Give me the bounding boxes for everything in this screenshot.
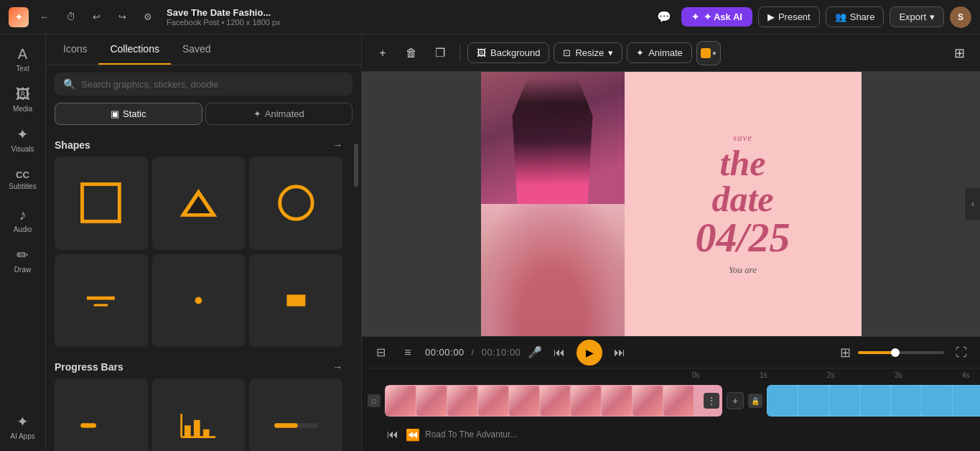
sidebar-item-visuals[interactable]: ✦ Visuals: [3, 121, 43, 158]
track-pink-frames[interactable]: ⋮ 5.0s: [385, 385, 722, 417]
layers-button[interactable]: ⊞: [947, 41, 971, 65]
track-add-icon: +: [732, 395, 738, 406]
shape-dot[interactable]: [152, 254, 246, 348]
sidebar-item-audio[interactable]: ♪ Audio: [3, 201, 43, 238]
share-label: Share: [850, 11, 875, 22]
panel: Icons Collections Saved 🔍 ▣ Static ✦ Ani…: [46, 34, 362, 451]
timeline-menu-button[interactable]: ⊟: [370, 343, 391, 363]
export-button[interactable]: Export ▾: [890, 6, 944, 27]
search-icon: 🔍: [63, 78, 75, 90]
progress-bar-1[interactable]: [55, 378, 148, 451]
redo-button[interactable]: ↪: [112, 7, 132, 27]
progress-bars-arrow[interactable]: →: [332, 361, 342, 373]
skip-forward-button[interactable]: ⏭: [610, 343, 630, 363]
shape-dash[interactable]: [55, 254, 148, 348]
share-button[interactable]: 👥 Share: [826, 6, 885, 27]
shape-triangle[interactable]: [152, 157, 246, 250]
ruler-mark-2s: 2s: [827, 371, 835, 379]
track-prev-button[interactable]: ⏪: [405, 427, 421, 442]
search-input[interactable]: [81, 79, 344, 90]
ruler-mark-0s: 0s: [692, 371, 700, 379]
microphone-icon: 🎤: [528, 346, 542, 358]
add-element-button[interactable]: +: [370, 41, 395, 65]
add-icon: +: [379, 47, 386, 60]
comment-button[interactable]: 💬: [653, 6, 676, 29]
sidebar-item-label: Draw: [14, 266, 31, 274]
sidebar-item-label: Media: [13, 105, 32, 113]
canvas-left-photos: [481, 72, 625, 336]
undo-button[interactable]: ↩: [86, 7, 106, 27]
duplicate-button[interactable]: ❐: [428, 41, 452, 65]
track-dots-menu[interactable]: ⋮: [704, 393, 719, 409]
sidebar-item-media[interactable]: 🖼 Media: [3, 80, 43, 118]
svg-rect-13: [203, 429, 210, 437]
filter-animated[interactable]: ✦ Animated: [205, 103, 353, 125]
track-lock-icon[interactable]: 🔒: [748, 394, 762, 408]
list-icon: ≡: [404, 346, 411, 359]
play-button[interactable]: ▶: [577, 340, 602, 366]
progress-bar-3[interactable]: [249, 378, 342, 451]
sidebar-item-label: Subtitles: [9, 182, 36, 190]
resize-button[interactable]: ⊡ Resize ▾: [554, 42, 622, 63]
present-button[interactable]: ▶ Present: [758, 6, 820, 27]
sidebar-item-subtitles[interactable]: CC Subtitles: [3, 161, 43, 198]
present-icon: ▶: [767, 11, 775, 22]
filter-static[interactable]: ▣ Static: [55, 103, 202, 125]
grid-button[interactable]: ⊞: [840, 345, 851, 361]
panel-tabs: Icons Collections Saved: [46, 34, 361, 65]
color-picker-button[interactable]: ●: [696, 41, 721, 65]
sidebar-item-label: Audio: [14, 226, 32, 233]
collapse-panel-button[interactable]: ‹: [965, 188, 980, 220]
tab-collections[interactable]: Collections: [98, 34, 170, 65]
export-label: Export: [899, 11, 926, 22]
zoom-thumb[interactable]: [891, 348, 900, 357]
timeline-controls: ⊟ ≡ 00:00:00 / 00:10:00 🎤 ⏮ ▶ ⏭: [362, 337, 980, 368]
zoom-track[interactable]: [858, 351, 944, 354]
bottom-track-controls: ⏮ ⏪ Road To The Advantur...: [385, 427, 517, 442]
background-button[interactable]: 🖼 Background: [467, 42, 549, 63]
shapes-arrow[interactable]: →: [332, 139, 342, 151]
skip-back-button[interactable]: ⏮: [549, 343, 569, 363]
track-rewind-button[interactable]: ⏮: [385, 427, 401, 442]
project-title: Save The Date Fashio...: [167, 7, 647, 18]
main-layout: A Text 🖼 Media ✦ Visuals CC Subtitles ♪ …: [0, 34, 980, 451]
text-icon: A: [18, 46, 27, 62]
delete-button[interactable]: 🗑: [399, 41, 424, 65]
tab-icons[interactable]: Icons: [52, 34, 98, 65]
settings-button[interactable]: ⚙: [138, 7, 158, 27]
ask-ai-icon: ✦: [691, 11, 699, 22]
resize-icon: ⊡: [563, 47, 571, 58]
sidebar-item-label: AI Apps: [10, 432, 34, 440]
timeline-list-button[interactable]: ≡: [398, 343, 418, 363]
sidebar-item-draw[interactable]: ✏ Draw: [3, 241, 43, 279]
sidebar-item-text[interactable]: A Text: [3, 40, 43, 78]
icon-sidebar: A Text 🖼 Media ✦ Visuals CC Subtitles ♪ …: [0, 34, 46, 451]
copy-icon: ❐: [435, 46, 445, 60]
shape-circle[interactable]: [249, 157, 342, 250]
canvas-area: + 🗑 ❐ 🖼 Background ⊡ Resize ▾ ✦ Animate: [362, 34, 980, 451]
track-expand-icon[interactable]: □: [368, 394, 381, 407]
track-add-button[interactable]: +: [727, 392, 744, 409]
progress-bar-2[interactable]: [152, 378, 246, 451]
ask-ai-button[interactable]: ✦ ✦ Ask AI: [681, 7, 752, 27]
tab-saved[interactable]: Saved: [171, 34, 223, 65]
back-button[interactable]: ←: [34, 7, 55, 27]
shape-square[interactable]: [55, 157, 148, 250]
fullscreen-button[interactable]: ⛶: [951, 343, 971, 363]
sidebar-item-ai-apps[interactable]: ✦ AI Apps: [3, 408, 43, 445]
timeline-tracks: □: [362, 381, 980, 451]
animate-button[interactable]: ✦ Animate: [627, 42, 692, 63]
track-blue-frames[interactable]: [767, 385, 980, 417]
bottom-track-label: Road To The Advantur...: [425, 429, 517, 440]
shape-rect-small[interactable]: [249, 254, 342, 348]
history-button[interactable]: ⏱: [60, 7, 80, 27]
sidebar-item-label: Text: [16, 65, 29, 73]
track-row-2: ⏮ ⏪ Road To The Advantur...: [368, 419, 980, 436]
microphone-button[interactable]: 🎤: [528, 345, 542, 359]
topbar-right: 💬 ✦ ✦ Ask AI ▶ Present 👥 Share Export ▾ …: [653, 6, 971, 29]
subtitles-icon: CC: [16, 169, 29, 180]
avatar[interactable]: S: [950, 6, 971, 28]
svg-rect-12: [194, 420, 200, 437]
svg-rect-11: [185, 425, 191, 437]
grid-icon: ⊞: [840, 345, 851, 360]
